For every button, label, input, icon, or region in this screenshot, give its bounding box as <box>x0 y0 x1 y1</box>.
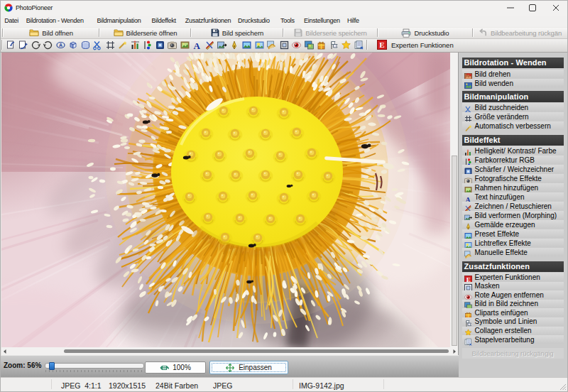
svg-text:A: A <box>59 43 62 48</box>
svg-text:A: A <box>194 40 201 51</box>
